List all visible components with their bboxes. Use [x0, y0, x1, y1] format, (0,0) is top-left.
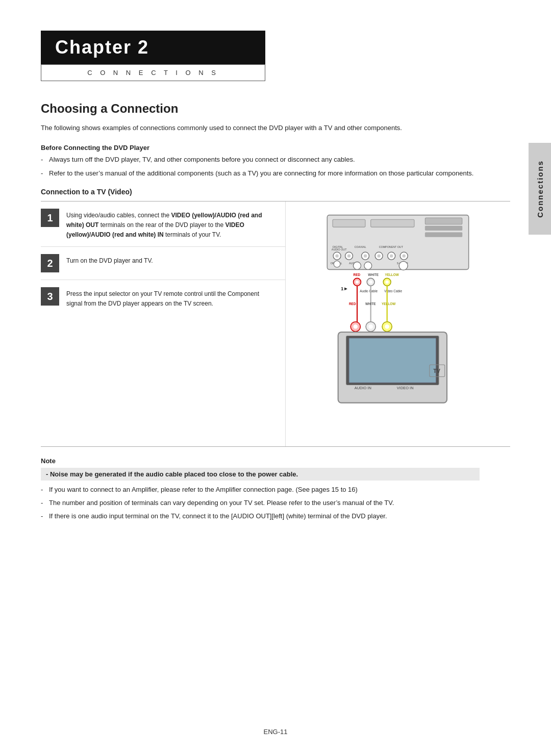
page-number: ENG-11	[264, 728, 288, 736]
svg-point-17	[377, 255, 380, 258]
svg-point-28	[364, 262, 372, 270]
step-2-number: 2	[41, 254, 59, 272]
svg-text:AUDIO OUT: AUDIO OUT	[332, 248, 347, 251]
svg-point-27	[354, 262, 361, 270]
side-tab-label: Connections	[536, 160, 544, 218]
before-connecting-title: Before Connecting the DVD Player	[41, 144, 480, 152]
svg-point-19	[390, 255, 393, 258]
steps-diagram-container: 1 Using video/audio cables, connect the …	[41, 201, 510, 447]
svg-point-53	[385, 324, 389, 329]
side-tab: Connections	[529, 143, 551, 235]
svg-text:1►: 1►	[341, 286, 348, 291]
svg-text:YELLOW: YELLOW	[382, 302, 396, 306]
list-item: If there is one audio input terminal on …	[41, 511, 480, 522]
svg-rect-4	[425, 226, 462, 231]
svg-text:COMPONENT OUT: COMPONENT OUT	[379, 245, 404, 248]
svg-rect-2	[371, 220, 414, 228]
svg-text:WHITE: WHITE	[368, 273, 379, 277]
chapter-subtitle: C O N N E C T I O N S	[41, 64, 265, 81]
svg-rect-56	[349, 338, 436, 383]
connection-diagram: DIGITAL AUDIO OUT COAXIAL COMPONENT OUT	[316, 210, 480, 438]
connection-tv-title: Connection to a TV (Video)	[41, 188, 510, 196]
note-section: Note Noise may be generated if the audio…	[41, 457, 480, 521]
svg-rect-5	[425, 233, 462, 237]
svg-text:VIDEO IN: VIDEO IN	[397, 386, 414, 390]
intro-text: The following shows examples of connecti…	[41, 123, 480, 134]
step-3: 3 Press the input selector on your TV re…	[41, 280, 285, 315]
steps-column: 1 Using video/audio cables, connect the …	[41, 201, 286, 446]
svg-text:AUDIO IN: AUDIO IN	[355, 386, 371, 390]
note-bold-item: Noise may be generated if the audio cabl…	[41, 468, 480, 481]
step-2: 2 Turn on the DVD player and TV.	[41, 247, 285, 280]
svg-point-38	[385, 281, 388, 284]
before-connecting: Before Connecting the DVD Player Always …	[41, 144, 480, 179]
svg-point-15	[364, 255, 367, 258]
chapter-header: Chapter 2 C O N N E C T I O N S	[41, 31, 265, 81]
list-item: The number and position of terminals can…	[41, 498, 480, 509]
svg-point-34	[356, 281, 359, 284]
svg-point-26	[334, 261, 340, 268]
step-1-number: 1	[41, 209, 59, 227]
svg-text:YELLOW: YELLOW	[385, 273, 399, 277]
svg-text:COAXIAL: COAXIAL	[355, 245, 366, 248]
list-item: Always turn off the DVD player, TV, and …	[41, 155, 480, 165]
before-connecting-list: Always turn off the DVD player, TV, and …	[41, 155, 480, 179]
page: Chapter 2 C O N N E C T I O N S Connecti…	[0, 0, 551, 756]
section-title: Choosing a Connection	[41, 102, 510, 116]
svg-text:RED: RED	[354, 273, 361, 277]
svg-point-51	[368, 324, 373, 329]
svg-rect-1	[333, 220, 365, 228]
svg-text:RED: RED	[349, 302, 356, 306]
note-list: If you want to connect to an Amplifier, …	[41, 485, 480, 521]
svg-point-21	[403, 255, 406, 258]
svg-point-29	[399, 262, 408, 270]
step-2-text: Turn on the DVD player and TV.	[66, 254, 153, 266]
svg-point-11	[335, 255, 338, 258]
list-item: If you want to connect to an Amplifier, …	[41, 485, 480, 495]
svg-rect-3	[425, 218, 462, 224]
svg-text:Audio Cable: Audio Cable	[360, 290, 378, 293]
note-title: Note	[41, 457, 480, 465]
svg-text:WHITE: WHITE	[365, 302, 376, 306]
connection-tv-section: Connection to a TV (Video) 1 Using video…	[41, 188, 510, 447]
page-footer: ENG-11	[264, 728, 288, 736]
list-item: Refer to the user’s manual of the additi…	[41, 168, 480, 179]
diagram-column: DIGITAL AUDIO OUT COAXIAL COMPONENT OUT	[286, 201, 510, 446]
svg-point-13	[347, 255, 350, 258]
svg-text:TV: TV	[433, 368, 441, 374]
step-3-text: Press the input selector on your TV remo…	[66, 287, 275, 308]
step-3-number: 3	[41, 287, 59, 306]
svg-point-36	[369, 281, 372, 284]
chapter-title: Chapter 2	[41, 31, 265, 64]
step-1: 1 Using video/audio cables, connect the …	[41, 201, 285, 247]
svg-point-49	[354, 324, 358, 329]
step-1-text: Using video/audio cables, connect the VI…	[66, 209, 275, 239]
